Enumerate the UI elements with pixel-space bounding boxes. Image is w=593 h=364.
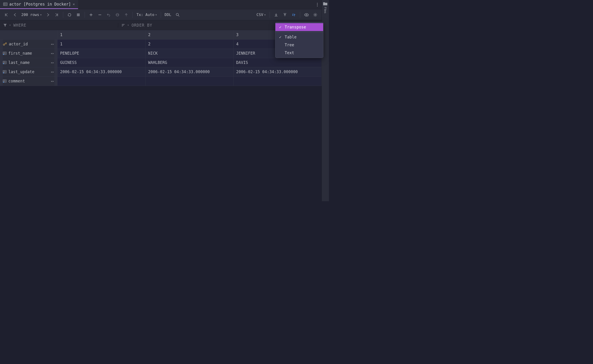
column-icon	[3, 52, 7, 55]
data-cell[interactable]: PENELOPE	[57, 49, 145, 58]
svg-point-23	[3, 63, 4, 64]
add-row-button[interactable]	[87, 11, 95, 19]
data-cell[interactable]: WAHLBERG	[145, 58, 233, 67]
download-button[interactable]	[272, 11, 280, 19]
filter-icon	[3, 23, 7, 27]
upload-button[interactable]	[281, 11, 289, 19]
menu-item-label: Tree	[285, 43, 294, 47]
col-header[interactable]: 2	[145, 30, 233, 39]
reload-button[interactable]	[65, 11, 73, 19]
sort-handle-icon[interactable]: ◂▸	[51, 79, 54, 83]
export-format-label: CSV	[256, 13, 263, 17]
check-icon: ✓	[278, 25, 282, 29]
field-name: first_name	[8, 51, 32, 56]
row-field-header[interactable]: comment◂▸	[3, 77, 54, 86]
data-cell[interactable]	[145, 76, 233, 86]
svg-point-28	[3, 72, 4, 73]
column-icon	[3, 42, 7, 46]
where-label: WHERE	[13, 23, 26, 27]
next-page-button[interactable]	[44, 11, 52, 19]
col-header[interactable]: 1	[57, 30, 145, 39]
export-format-dropdown[interactable]: CSV ▾	[255, 13, 267, 17]
data-cell[interactable]	[57, 76, 145, 86]
files-tool-button[interactable]: Files	[324, 7, 327, 13]
svg-point-9	[176, 13, 178, 15]
compare-button[interactable]	[290, 11, 298, 19]
search-button[interactable]	[174, 11, 182, 19]
view-mode-popup: ✓Transpose✓TableTreeText	[275, 22, 323, 58]
row-field-header[interactable]: actor_id◂▸	[3, 39, 54, 49]
column-icon	[3, 70, 7, 73]
row-field-header[interactable]: last_name◂▸	[3, 58, 54, 67]
settings-button[interactable]	[311, 11, 319, 19]
menu-item-label: Table	[285, 35, 297, 39]
field-name: actor_id	[9, 42, 28, 46]
field-name: last_update	[8, 70, 34, 74]
menu-item-tree[interactable]: Tree	[275, 41, 323, 49]
data-cell[interactable]: DAVIS	[233, 58, 321, 67]
menu-item-label: Transpose	[285, 25, 306, 29]
data-cell[interactable]: 2	[145, 39, 233, 49]
tab-bar: actor [Postgres in Docker] ✕	[0, 0, 321, 9]
result-grid[interactable]: 123actor_id◂▸124first_name◂▸PENELOPENICK…	[0, 30, 321, 201]
tab-title: actor [Postgres in Docker]	[9, 2, 71, 6]
sort-icon	[121, 23, 125, 27]
chevron-down-icon: ▾	[127, 24, 129, 27]
data-cell[interactable]: NICK	[145, 49, 233, 58]
submit-button[interactable]	[122, 11, 130, 19]
chevron-down-icon: ▾	[40, 13, 42, 16]
svg-point-4	[317, 3, 318, 3]
filter-bar: ▾ WHERE ▾ ORDER BY	[0, 20, 321, 30]
menu-item-table[interactable]: ✓Table	[275, 33, 323, 41]
data-cell[interactable]: 2006-02-15 04:34:33.000000	[233, 67, 321, 76]
close-icon[interactable]: ✕	[73, 2, 75, 6]
prev-page-button[interactable]	[11, 11, 19, 19]
menu-item-transpose[interactable]: ✓Transpose	[275, 23, 323, 31]
ddl-label: DDL	[165, 13, 171, 17]
revert-button[interactable]	[105, 11, 113, 19]
row-field-header[interactable]: last_update◂▸	[3, 67, 54, 76]
preview-button[interactable]	[113, 11, 121, 19]
data-cell[interactable]	[233, 76, 321, 86]
field-name: last_name	[8, 60, 30, 65]
data-cell[interactable]: GUINESS	[57, 58, 145, 67]
svg-point-33	[3, 82, 4, 83]
tab-actor[interactable]: actor [Postgres in Docker] ✕	[0, 0, 78, 9]
stop-button[interactable]	[74, 11, 82, 19]
row-count-label: 200 rows	[21, 13, 39, 17]
where-filter[interactable]: ▾ WHERE	[0, 23, 118, 27]
data-cell[interactable]: 2006-02-15 04:34:33.000000	[57, 67, 145, 76]
view-mode-button[interactable]	[303, 11, 310, 19]
sort-handle-icon[interactable]: ◂▸	[51, 52, 54, 55]
row-count-dropdown[interactable]: 200 rows ▾	[20, 13, 43, 17]
svg-rect-0	[3, 3, 7, 6]
remove-row-button[interactable]	[96, 11, 104, 19]
table-icon	[3, 2, 7, 6]
files-icon[interactable]	[323, 2, 327, 6]
svg-rect-7	[77, 13, 80, 16]
svg-point-6	[317, 6, 318, 6]
column-icon	[3, 61, 7, 64]
menu-item-text[interactable]: Text	[275, 49, 323, 57]
svg-point-5	[317, 4, 318, 5]
svg-point-10	[306, 14, 307, 15]
sort-handle-icon[interactable]: ◂▸	[51, 70, 54, 74]
svg-point-13	[3, 45, 4, 46]
chevron-down-icon: ▾	[9, 24, 11, 27]
sort-handle-icon[interactable]: ◂▸	[51, 61, 54, 64]
ddl-button[interactable]: DDL	[163, 13, 173, 17]
last-page-button[interactable]	[53, 11, 61, 19]
svg-point-18	[3, 54, 4, 55]
svg-point-11	[315, 14, 316, 15]
first-page-button[interactable]	[2, 11, 10, 19]
tx-mode-dropdown[interactable]: Tx: Auto ▾	[135, 13, 158, 17]
row-field-header[interactable]: first_name◂▸	[3, 49, 54, 58]
tab-more-button[interactable]	[313, 0, 321, 9]
chevron-down-icon: ▾	[155, 13, 157, 16]
field-name: comment	[8, 79, 25, 83]
sort-handle-icon[interactable]: ◂▸	[51, 42, 54, 46]
orderby-label: ORDER BY	[131, 23, 152, 27]
data-cell[interactable]: 2006-02-15 04:34:33.000000	[145, 67, 233, 76]
data-cell[interactable]: 1	[57, 39, 145, 49]
toolbar: 200 rows ▾ Tx: Auto ▾ DDL C	[0, 9, 321, 20]
